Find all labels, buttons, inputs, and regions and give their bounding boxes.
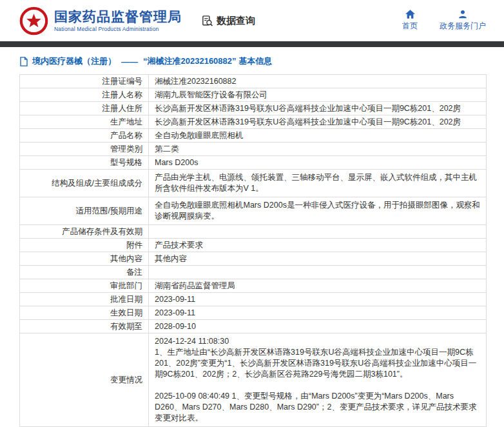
row-value [149, 266, 487, 279]
row-value: 湘械注准20232160882 [149, 75, 487, 88]
row-label: 附件 [20, 239, 149, 252]
breadcrumb-separator: —— [121, 57, 138, 66]
row-label: 管理类别 [20, 143, 149, 156]
row-label: 结构及组成/主要组成成分 [20, 170, 149, 197]
header: 国家药品监督管理局 National Medical Products Admi… [0, 0, 504, 41]
row-value: 全自动免散瞳眼底照相机Mars D200s是一种非侵入式医疗设备，用于拍摄眼部图… [149, 197, 487, 225]
row-label: 生产地址 [20, 115, 149, 129]
nav-home[interactable]: 首页 [402, 10, 418, 32]
table-row: 注册证编号湘械注准20232160882 [20, 75, 487, 88]
row-value: 2023-09-11 [149, 306, 487, 320]
table-row: 备注 [20, 266, 487, 279]
main-content: 境内医疗器械（注册） —— “湘械注准20232160882” 基本信息 注册证… [0, 47, 504, 427]
top-nav: 首页 政务服务门户 [402, 10, 486, 32]
breadcrumb-category: 境内医疗器械（注册） [32, 55, 116, 67]
row-value: 长沙高新开发区林语路319号联东U谷高端科技企业加速中心项目一期9C栋201、2… [149, 102, 487, 115]
table-row: 附件产品技术要求 [20, 239, 487, 252]
row-value: 长沙高新开发区林语路319号联东U谷高端科技企业加速中心项目一期9C栋201、2… [149, 115, 487, 129]
row-value: 第二类 [149, 143, 487, 156]
table-row: 注册人住所长沙高新开发区林语路319号联东U谷高端科技企业加速中心项目一期9C栋… [20, 102, 487, 115]
row-label: 有效期至 [20, 320, 149, 333]
table-row: 其他内容其他内容 [20, 252, 487, 266]
data-query-tab[interactable]: 数据查询 [201, 15, 255, 27]
header-divider-bar [0, 41, 504, 47]
breadcrumb-title: “湘械注准20232160882” 基本信息 [143, 55, 272, 67]
row-value: 湖南省药品监督管理局 [149, 279, 487, 293]
table-row: 生效日期2023-09-11 [20, 306, 487, 320]
table-row: 产品储存条件及有效期 [20, 225, 487, 239]
registration-info-table: 注册证编号湘械注准20232160882 注册人名称湖南九辰智能医疗设备有限公司… [19, 74, 487, 427]
agency-name-en: National Medical Products Administration [54, 26, 182, 32]
table-row: 生产地址长沙高新开发区林语路319号联东U谷高端科技企业加速中心项目一期9C栋2… [20, 115, 487, 129]
table-row-change-history: 变更情况 2024-12-24 11:08:30 1、生产地址由“长沙高新开发区… [20, 333, 487, 427]
table-row: 结构及组成/主要组成成分产品由光学主机、电源线、颌托装置、三轴移动平台、显示屏、… [20, 170, 487, 197]
row-label: 变更情况 [20, 333, 149, 427]
row-label: 注册证编号 [20, 75, 149, 88]
document-search-icon [201, 15, 213, 27]
person-icon [458, 10, 467, 19]
row-value: 全自动免散瞳眼底照相机 [149, 129, 487, 143]
nav-gov-portal-label: 政务服务门户 [440, 21, 486, 32]
table-row: 管理类别第二类 [20, 143, 487, 156]
home-icon [405, 10, 415, 19]
table-row: 注册人名称湖南九辰智能医疗设备有限公司 [20, 88, 487, 102]
row-label: 批准日期 [20, 293, 149, 306]
row-label: 注册人名称 [20, 88, 149, 102]
row-label: 其他内容 [20, 252, 149, 266]
row-value: Mars D200s [149, 156, 487, 170]
row-label: 注册人住所 [20, 102, 149, 115]
row-value: 产品由光学主机、电源线、颌托装置、三轴移动平台、显示屏、嵌入式软件组成，其中主机… [149, 170, 487, 197]
row-value: 产品技术要求 [149, 239, 487, 252]
row-label: 产品储存条件及有效期 [20, 225, 149, 239]
row-label: 生效日期 [20, 306, 149, 320]
table-row: 适用范围/预期用途全自动免散瞳眼底照相机Mars D200s是一种非侵入式医疗设… [20, 197, 487, 225]
nmpa-logo-icon [19, 6, 48, 35]
breadcrumb: 境内医疗器械（注册） —— “湘械注准20232160882” 基本信息 [19, 55, 487, 67]
table-row: 批准日期2023-09-11 [20, 293, 487, 306]
table-row: 审批部门湖南省药品监督管理局 [20, 279, 487, 293]
row-label: 备注 [20, 266, 149, 279]
agency-name-cn: 国家药品监督管理局 [54, 9, 182, 25]
nav-home-label: 首页 [402, 21, 418, 32]
table-row: 产品名称全自动免散瞳眼底照相机 [20, 129, 487, 143]
row-value [149, 225, 487, 239]
nav-gov-portal[interactable]: 政务服务门户 [440, 10, 486, 32]
table-row: 有效期至2028-09-10 [20, 320, 487, 333]
row-value: 2023-09-11 [149, 293, 487, 306]
row-value: 其他内容 [149, 252, 487, 266]
agency-title-block: 国家药品监督管理局 National Medical Products Admi… [54, 9, 182, 32]
row-label: 审批部门 [20, 279, 149, 293]
page-icon [19, 57, 28, 66]
row-value: 湖南九辰智能医疗设备有限公司 [149, 88, 487, 102]
data-query-label: 数据查询 [217, 15, 255, 27]
row-label: 型号规格 [20, 156, 149, 170]
row-label: 适用范围/预期用途 [20, 197, 149, 225]
change-history-value: 2024-12-24 11:08:30 1、生产地址由“长沙高新开发区林语路31… [149, 333, 487, 427]
table-row: 型号规格Mars D200s [20, 156, 487, 170]
row-label: 产品名称 [20, 129, 149, 143]
row-value: 2028-09-10 [149, 320, 487, 333]
